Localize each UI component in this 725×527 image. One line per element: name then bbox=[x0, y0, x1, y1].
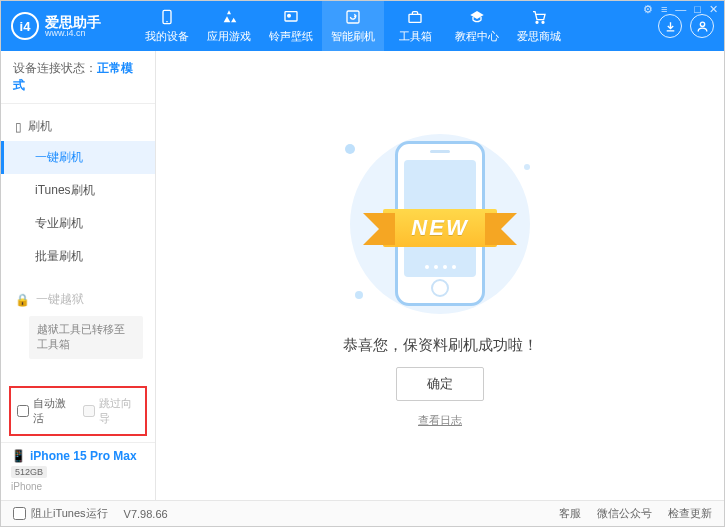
app-url: www.i4.cn bbox=[45, 29, 101, 38]
logo-icon: i4 bbox=[11, 12, 39, 40]
nav-my-device[interactable]: 我的设备 bbox=[136, 1, 198, 51]
window-controls: ⚙ ≡ — □ ✕ bbox=[643, 3, 718, 16]
nav: 我的设备 应用游戏 铃声壁纸 智能刷机 工具箱 教程中心 爱思商城 bbox=[136, 1, 570, 51]
section-jailbreak[interactable]: 🔒 一键越狱 bbox=[1, 285, 155, 314]
sidebar-item-jailbreak-note[interactable]: 越狱工具已转移至工具箱 bbox=[29, 316, 143, 359]
device-phone-icon: 📱 bbox=[11, 449, 26, 463]
svg-rect-4 bbox=[347, 11, 359, 23]
content: NEW 恭喜您，保资料刷机成功啦！ 确定 查看日志 bbox=[156, 51, 724, 500]
svg-rect-2 bbox=[285, 12, 297, 21]
success-illustration: NEW bbox=[325, 124, 555, 324]
nav-ringtones[interactable]: 铃声壁纸 bbox=[260, 1, 322, 51]
device-status: 设备连接状态：正常模式 bbox=[1, 51, 155, 104]
section-more[interactable]: ☰ 更多 bbox=[1, 373, 155, 380]
sidebar: 设备连接状态：正常模式 ▯ 刷机 一键刷机 iTunes刷机 专业刷机 批量刷机… bbox=[1, 51, 156, 500]
footer-link-update[interactable]: 检查更新 bbox=[668, 506, 712, 521]
version-label: V7.98.66 bbox=[124, 508, 168, 520]
block-itunes-checkbox[interactable]: 阻止iTunes运行 bbox=[13, 506, 108, 521]
device-info[interactable]: 📱 iPhone 15 Pro Max 512GB iPhone bbox=[1, 442, 155, 500]
device-type: iPhone bbox=[11, 481, 145, 492]
options-box: 自动激活 跳过向导 bbox=[9, 386, 147, 436]
sidebar-item-batch-flash[interactable]: 批量刷机 bbox=[1, 240, 155, 273]
apps-icon bbox=[220, 8, 238, 26]
confirm-button[interactable]: 确定 bbox=[396, 367, 484, 401]
device-name: iPhone 15 Pro Max bbox=[30, 449, 137, 463]
svg-point-7 bbox=[542, 21, 544, 23]
svg-rect-5 bbox=[409, 14, 421, 22]
nav-smart-flash[interactable]: 智能刷机 bbox=[322, 1, 384, 51]
settings-icon[interactable]: ⚙ bbox=[643, 3, 653, 16]
toolbox-icon bbox=[406, 8, 424, 26]
nav-toolbox[interactable]: 工具箱 bbox=[384, 1, 446, 51]
svg-point-3 bbox=[288, 14, 291, 17]
phone-icon bbox=[158, 8, 176, 26]
auto-activate-checkbox[interactable]: 自动激活 bbox=[17, 396, 73, 426]
skip-guide-checkbox[interactable]: 跳过向导 bbox=[83, 396, 139, 426]
sidebar-item-itunes-flash[interactable]: iTunes刷机 bbox=[1, 174, 155, 207]
header: i4 爱思助手 www.i4.cn 我的设备 应用游戏 铃声壁纸 智能刷机 工具… bbox=[1, 1, 724, 51]
user-button[interactable] bbox=[690, 14, 714, 38]
phone-icon: ▯ bbox=[15, 120, 22, 134]
sidebar-item-pro-flash[interactable]: 专业刷机 bbox=[1, 207, 155, 240]
header-right bbox=[658, 14, 714, 38]
view-log-link[interactable]: 查看日志 bbox=[418, 413, 462, 428]
menu-icon[interactable]: ≡ bbox=[661, 3, 667, 16]
section-flash[interactable]: ▯ 刷机 bbox=[1, 112, 155, 141]
device-storage: 512GB bbox=[11, 466, 47, 478]
maximize-icon[interactable]: □ bbox=[694, 3, 701, 16]
svg-point-6 bbox=[536, 21, 538, 23]
refresh-icon bbox=[344, 8, 362, 26]
download-button[interactable] bbox=[658, 14, 682, 38]
graduation-icon bbox=[468, 8, 486, 26]
new-ribbon: NEW bbox=[383, 209, 496, 247]
cart-icon bbox=[530, 8, 548, 26]
nav-store[interactable]: 爱思商城 bbox=[508, 1, 570, 51]
logo[interactable]: i4 爱思助手 www.i4.cn bbox=[11, 12, 136, 40]
footer-link-support[interactable]: 客服 bbox=[559, 506, 581, 521]
nav-tutorials[interactable]: 教程中心 bbox=[446, 1, 508, 51]
close-icon[interactable]: ✕ bbox=[709, 3, 718, 16]
success-message: 恭喜您，保资料刷机成功啦！ bbox=[343, 336, 538, 355]
minimize-icon[interactable]: — bbox=[675, 3, 686, 16]
image-icon bbox=[282, 8, 300, 26]
nav-apps-games[interactable]: 应用游戏 bbox=[198, 1, 260, 51]
app-name: 爱思助手 bbox=[45, 15, 101, 29]
sidebar-item-one-click-flash[interactable]: 一键刷机 bbox=[1, 141, 155, 174]
footer-link-wechat[interactable]: 微信公众号 bbox=[597, 506, 652, 521]
footer: 阻止iTunes运行 V7.98.66 客服 微信公众号 检查更新 bbox=[1, 500, 724, 526]
lock-icon: 🔒 bbox=[15, 293, 30, 307]
svg-point-8 bbox=[700, 22, 704, 26]
